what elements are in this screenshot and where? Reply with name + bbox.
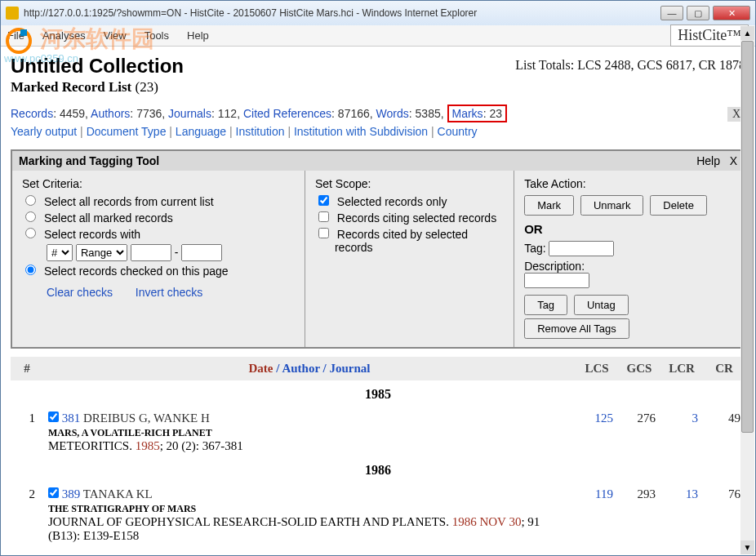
menubar: File Analyses View Tools Help HistCite™ bbox=[1, 25, 755, 47]
radio-records-with[interactable] bbox=[25, 228, 36, 238]
col-gcs[interactable]: GCS bbox=[618, 357, 660, 380]
row-lcr[interactable]: 13 bbox=[660, 484, 703, 546]
window-minimize-button[interactable]: — bbox=[660, 6, 683, 20]
scope-cited[interactable]: Records cited by selected records bbox=[335, 228, 504, 254]
scope-citing[interactable]: Records citing selected records bbox=[335, 211, 504, 225]
link-language[interactable]: Language bbox=[176, 125, 226, 138]
range-to-input[interactable] bbox=[181, 244, 222, 261]
mtt-close-button[interactable]: X bbox=[730, 154, 737, 167]
col-cr[interactable]: CR bbox=[703, 357, 745, 380]
opt-all-current[interactable]: Select all records from current list bbox=[42, 195, 295, 208]
stats-records-link[interactable]: Records bbox=[11, 107, 53, 120]
window-close-button[interactable]: ✕ bbox=[713, 6, 750, 20]
year-row: 1985 bbox=[11, 380, 745, 408]
row-num: 1 bbox=[11, 408, 43, 456]
window-maximize-button[interactable]: ▢ bbox=[687, 6, 709, 20]
mtt-help-link[interactable]: Help bbox=[696, 154, 720, 167]
mark-button[interactable]: Mark bbox=[524, 195, 574, 216]
opt-checked[interactable]: Select records checked on this page bbox=[42, 265, 295, 278]
table-row: 1 381 DREIBUS G, WANKE H MARS, A VOLATIL… bbox=[11, 408, 745, 456]
scroll-down-icon[interactable]: ▼ bbox=[740, 540, 754, 554]
chk-scope-selected[interactable] bbox=[318, 195, 329, 206]
row-gcs: 276 bbox=[618, 408, 660, 456]
row-main: 389 TANAKA KL THE STRATIGRAPHY OF MARS J… bbox=[43, 484, 576, 546]
tag-button[interactable]: Tag bbox=[524, 295, 567, 315]
select-range[interactable]: Range bbox=[76, 244, 127, 261]
scroll-thumb[interactable] bbox=[741, 41, 754, 433]
records-table: # Date / Author / Journal LCS GCS LCR CR… bbox=[11, 357, 745, 555]
window-title: http://127.0.0.1:1925/?showmm=ON - HistC… bbox=[24, 7, 660, 19]
window-titlebar: http://127.0.0.1:1925/?showmm=ON - HistC… bbox=[1, 1, 755, 25]
marking-tagging-tool: Marking and Tagging Tool Help X Set Crit… bbox=[11, 149, 745, 349]
histcite-brand: HistCite™ bbox=[670, 24, 749, 47]
scope-heading: Set Scope: bbox=[315, 177, 504, 190]
col-lcs[interactable]: LCS bbox=[576, 357, 618, 380]
radio-all-marked[interactable] bbox=[25, 211, 36, 222]
description-input[interactable] bbox=[524, 273, 589, 288]
row-checkbox[interactable] bbox=[48, 411, 59, 422]
row-lcr[interactable]: 3 bbox=[660, 408, 703, 456]
chk-scope-cited[interactable] bbox=[318, 228, 329, 238]
year-row: 1993 bbox=[11, 546, 745, 555]
untag-button[interactable]: Untag bbox=[574, 295, 629, 315]
tag-input[interactable] bbox=[549, 241, 614, 256]
stats-citedrefs-link[interactable]: Cited References bbox=[243, 107, 331, 120]
link-country[interactable]: Country bbox=[438, 125, 478, 138]
invert-checks-link[interactable]: Invert checks bbox=[136, 286, 202, 299]
stats-row: Records: 4459, Authors: 7736, Journals: … bbox=[11, 107, 745, 120]
row-cr: 49 bbox=[703, 408, 745, 456]
marked-record-list-label: Marked Record List (23) bbox=[11, 79, 745, 96]
menu-file[interactable]: File bbox=[7, 29, 24, 42]
clear-checks-link[interactable]: Clear checks bbox=[47, 286, 113, 299]
stats-journals-link[interactable]: Journals bbox=[168, 107, 211, 120]
opt-records-with[interactable]: Select records with bbox=[42, 228, 295, 241]
or-label: OR bbox=[524, 222, 734, 236]
scope-selected[interactable]: Selected records only bbox=[335, 195, 504, 208]
stats-marks-link[interactable]: Marks bbox=[452, 107, 483, 120]
col-main[interactable]: Date / Author / Journal bbox=[43, 357, 576, 380]
row-lcs[interactable]: 119 bbox=[576, 484, 618, 546]
menu-help[interactable]: Help bbox=[187, 29, 209, 42]
vertical-scrollbar[interactable]: ▲ ▼ bbox=[740, 26, 754, 554]
content-area: Untitled Collection Marked Record List (… bbox=[1, 47, 755, 555]
unmark-button[interactable]: Unmark bbox=[580, 195, 644, 216]
list-totals: List Totals: LCS 2488, GCS 6817, CR 1878 bbox=[515, 58, 745, 73]
mtt-title: Marking and Tagging Tool bbox=[19, 154, 159, 167]
row-lcs[interactable]: 125 bbox=[576, 408, 618, 456]
link-document-type[interactable]: Document Type bbox=[87, 125, 167, 138]
link-yearly-output[interactable]: Yearly output bbox=[11, 125, 77, 138]
chk-scope-citing[interactable] bbox=[318, 211, 329, 222]
row-main: 381 DREIBUS G, WANKE H MARS, A VOLATILE-… bbox=[43, 408, 576, 456]
record-id-link[interactable]: 389 bbox=[62, 487, 81, 500]
menu-analyses[interactable]: Analyses bbox=[42, 29, 86, 42]
remove-all-tags-button[interactable]: Remove All Tags bbox=[524, 318, 629, 339]
scroll-up-icon[interactable]: ▲ bbox=[740, 26, 754, 40]
link-institution[interactable]: Institution bbox=[236, 125, 285, 138]
row-cr: 76 bbox=[703, 484, 745, 546]
table-row: 2 389 TANAKA KL THE STRATIGRAPHY OF MARS… bbox=[11, 484, 745, 546]
select-field[interactable]: # bbox=[47, 244, 73, 261]
row-gcs: 293 bbox=[618, 484, 660, 546]
range-from-input[interactable] bbox=[131, 244, 171, 261]
col-lcr[interactable]: LCR bbox=[660, 357, 703, 380]
row-checkbox[interactable] bbox=[48, 487, 59, 498]
col-num: # bbox=[11, 357, 43, 380]
year-row: 1986 bbox=[11, 456, 745, 484]
opt-all-marked[interactable]: Select all marked records bbox=[42, 211, 295, 225]
criteria-heading: Set Criteria: bbox=[22, 177, 295, 190]
stats-row2: Yearly output | Document Type | Language… bbox=[11, 125, 745, 138]
menu-tools[interactable]: Tools bbox=[145, 29, 169, 42]
stats-words-link[interactable]: Words bbox=[376, 107, 409, 120]
action-heading: Take Action: bbox=[524, 177, 734, 190]
delete-button[interactable]: Delete bbox=[650, 195, 707, 216]
record-id-link[interactable]: 381 bbox=[62, 411, 81, 425]
row-num: 2 bbox=[11, 484, 43, 546]
menu-view[interactable]: View bbox=[104, 29, 127, 42]
stats-authors-link[interactable]: Authors bbox=[91, 107, 130, 120]
ie-favicon-icon bbox=[6, 7, 19, 20]
radio-checked-page[interactable] bbox=[25, 265, 36, 275]
radio-all-current[interactable] bbox=[25, 195, 36, 206]
link-institution-sub[interactable]: Institution with Subdivision bbox=[294, 125, 428, 138]
